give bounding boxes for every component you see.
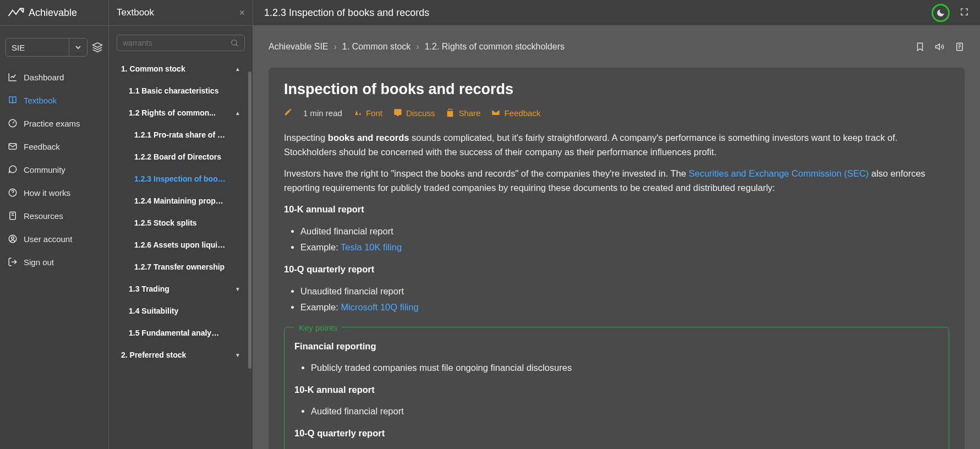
list-item: Publicly traded companies must file ongo… xyxy=(311,361,939,375)
nav-label: Practice exams xyxy=(24,119,80,128)
toc-panel: Textbook × 1. Common stock▲ 1.1 Basic ch… xyxy=(109,0,253,449)
toc-label: 1.2.2 Board of Directors xyxy=(134,152,221,161)
meta-label: Font xyxy=(366,108,382,118)
reader-icon[interactable] xyxy=(955,42,965,52)
gauge-icon xyxy=(8,118,18,128)
list-item: Audited financial report xyxy=(300,225,949,239)
library-stack-icon[interactable] xyxy=(92,42,103,53)
paragraph: Investors have the right to "inspect the… xyxy=(284,167,949,195)
toc-page-1-2-3[interactable]: 1.2.3 Inspection of books an... xyxy=(109,168,253,190)
toc-scrollbar[interactable] xyxy=(248,72,251,369)
key-points-label: Key points xyxy=(294,321,342,334)
toc-section-1-1[interactable]: 1.1 Basic characteristics xyxy=(109,80,253,102)
chevron-down-icon: ▼ xyxy=(235,352,240,358)
toc-section-1-3[interactable]: 1.3 Trading▼ xyxy=(109,278,253,300)
toc-title: Textbook xyxy=(117,7,154,18)
toc-page-1-2-6[interactable]: 1.2.6 Assets upon liquidation xyxy=(109,234,253,256)
breadcrumb-chapter[interactable]: 1. Common stock xyxy=(342,42,410,52)
toc-page-1-2-7[interactable]: 1.2.7 Transfer ownership xyxy=(109,256,253,278)
user-circle-icon xyxy=(8,234,18,244)
nav-how-it-works[interactable]: How it works xyxy=(0,181,108,204)
nav-label: User account xyxy=(24,234,72,244)
nav-label: Community xyxy=(24,165,65,174)
toc-label: 1.1 Basic characteristics xyxy=(129,86,218,95)
audio-icon[interactable] xyxy=(935,42,945,52)
nav-label: Dashboard xyxy=(24,73,64,82)
toc-section-1-2[interactable]: 1.2 Rights of common...▲ xyxy=(109,102,253,124)
meta-label: Discuss xyxy=(406,108,435,118)
breadcrumb-section[interactable]: 1.2. Rights of common stockholders xyxy=(425,42,565,52)
course-selector[interactable]: SIE xyxy=(6,38,87,57)
nav-label: Resources xyxy=(24,211,63,221)
close-icon[interactable]: × xyxy=(239,7,245,19)
toc-section-1-5[interactable]: 1.5 Fundamental analysis xyxy=(109,322,253,344)
toc-page-1-2-1[interactable]: 1.2.1 Pro-rata share of divid... xyxy=(109,124,253,146)
sec-link[interactable]: Securities and Exchange Commission (SEC) xyxy=(688,168,868,178)
discuss-button[interactable]: Discuss xyxy=(393,108,435,118)
list-item: Unaudited financial report xyxy=(300,284,949,299)
toc-label: 1.2.1 Pro-rata share of divid... xyxy=(134,130,228,139)
toc-label: 1.5 Fundamental analysis xyxy=(129,328,220,337)
list: Unaudited financial report Example: Micr… xyxy=(300,284,949,315)
key-points-box: Key points Financial reporting Publicly … xyxy=(284,327,949,449)
course-selector-value: SIE xyxy=(12,43,25,52)
fullscreen-button[interactable] xyxy=(960,7,969,19)
chart-line-icon xyxy=(8,72,18,82)
toc-label: 1. Common stock xyxy=(121,64,185,73)
tesla-10k-link[interactable]: Tesla 10K filing xyxy=(341,242,402,252)
kp-heading: 10-Q quarterly report xyxy=(294,426,939,441)
meta-label: Feedback xyxy=(504,108,540,118)
search-input[interactable] xyxy=(123,39,230,47)
breadcrumb: Achievable SIE › 1. Common stock › 1.2. … xyxy=(269,42,565,52)
reading-time: 1 min read xyxy=(303,108,342,118)
subheading: 10-Q quarterly report xyxy=(284,262,949,277)
svg-point-5 xyxy=(12,237,14,239)
toc-chapter-1[interactable]: 1. Common stock▲ xyxy=(109,58,253,80)
nav-label: Textbook xyxy=(24,96,57,105)
search-icon xyxy=(230,39,239,47)
nav-sign-out[interactable]: Sign out xyxy=(0,250,108,273)
share-button[interactable]: Share xyxy=(446,108,480,118)
toc-label: 1.2.4 Maintaining proportion... xyxy=(134,196,228,205)
toc-label: 1.2.5 Stock splits xyxy=(134,218,197,227)
page-title: 1.2.3 Inspection of books and records xyxy=(264,7,429,19)
feedback-button[interactable]: Feedback xyxy=(491,108,540,118)
kp-heading: 10-K annual report xyxy=(294,383,939,397)
subheading: 10-K annual report xyxy=(284,202,949,217)
paragraph: Inspecting books and records sounds comp… xyxy=(284,131,949,159)
nav-textbook[interactable]: Textbook xyxy=(0,89,108,112)
nav-dashboard[interactable]: Dashboard xyxy=(0,65,108,89)
moon-icon xyxy=(936,8,945,18)
font-size-button[interactable]: Font xyxy=(353,108,382,118)
main-nav-sidebar: Achievable SIE Dashboard Textbook Practi… xyxy=(0,0,109,449)
toc-page-1-2-2[interactable]: 1.2.2 Board of Directors xyxy=(109,146,253,168)
help-circle-icon xyxy=(8,188,18,198)
dark-mode-toggle[interactable] xyxy=(932,4,950,22)
toc-label: 1.3 Trading xyxy=(129,284,169,293)
nav-practice-exams[interactable]: Practice exams xyxy=(0,112,108,135)
toc-page-1-2-5[interactable]: 1.2.5 Stock splits xyxy=(109,212,253,234)
brand-logo[interactable]: Achievable xyxy=(0,0,108,26)
article-card: Inspection of books and records 1 min re… xyxy=(269,68,965,449)
chevron-right-icon: › xyxy=(334,42,337,52)
logo-mark-icon xyxy=(8,7,24,18)
toc-label: 1.2.6 Assets upon liquidation xyxy=(134,240,228,249)
bookmark-icon[interactable] xyxy=(915,42,925,52)
chevron-down-icon: ▼ xyxy=(235,286,240,292)
article-heading: Inspection of books and records xyxy=(284,81,949,98)
nav-resources[interactable]: Resources xyxy=(0,204,108,227)
toc-label: 1.2.7 Transfer ownership xyxy=(134,262,225,271)
nav-user-account[interactable]: User account xyxy=(0,227,108,250)
toc-section-1-4[interactable]: 1.4 Suitability xyxy=(109,300,253,322)
toc-search[interactable] xyxy=(117,35,245,51)
microsoft-10q-link[interactable]: Microsoft 10Q filing xyxy=(341,302,418,312)
nav-feedback[interactable]: Feedback xyxy=(0,135,108,158)
toc-page-1-2-4[interactable]: 1.2.4 Maintaining proportion... xyxy=(109,190,253,212)
edit-icon[interactable] xyxy=(284,108,292,118)
list-item: Audited financial report xyxy=(311,404,939,419)
toc-chapter-2[interactable]: 2. Preferred stock▼ xyxy=(109,344,253,366)
breadcrumb-root[interactable]: Achievable SIE xyxy=(269,42,329,52)
sign-out-icon xyxy=(8,257,18,267)
chevron-up-icon: ▲ xyxy=(235,66,240,72)
nav-community[interactable]: Community xyxy=(0,158,108,181)
